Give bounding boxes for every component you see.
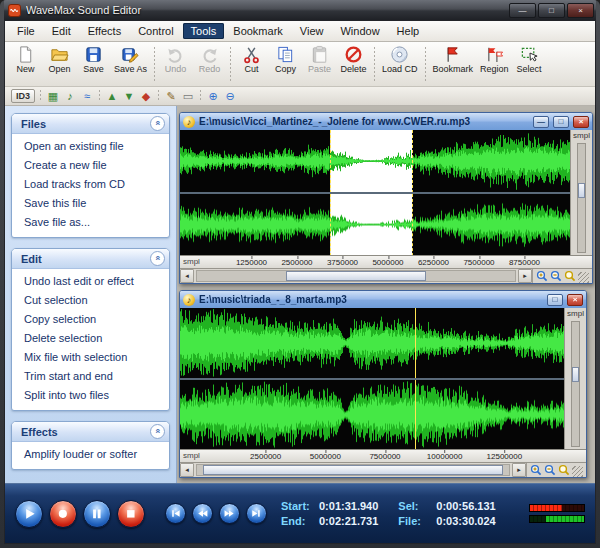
resize-grip[interactable] [572, 466, 583, 477]
waveform-channel-right[interactable] [180, 194, 570, 256]
ruler-ticks: 1250000250000037500005000000625000075000… [206, 256, 570, 268]
toolbar-new-button[interactable]: New [9, 44, 42, 76]
vertical-scrollbar-thumb[interactable] [572, 367, 579, 382]
collapse-chevron-icon[interactable]: « [150, 424, 165, 439]
wave-icon[interactable]: ≈ [80, 89, 94, 103]
id3-button[interactable]: ID3 [11, 89, 35, 103]
doc-maximize-button[interactable]: □ [547, 294, 563, 306]
stop-button[interactable] [117, 500, 145, 528]
ruler-tick: 2500000 [281, 257, 312, 268]
skip-start-button[interactable] [165, 503, 186, 524]
menu-file[interactable]: File [9, 23, 43, 39]
toolbar-redo-button[interactable]: Redo [193, 44, 226, 76]
collapse-chevron-icon[interactable]: « [150, 116, 165, 131]
toolbar-load-cd-button[interactable]: Load CD [379, 44, 421, 76]
sidebar-item[interactable]: Split into two files [12, 386, 169, 405]
play-button[interactable] [15, 500, 43, 528]
zoom-fit-icon[interactable] [558, 464, 570, 476]
sidebar-item[interactable]: Trim start and end [12, 367, 169, 386]
sidebar-item[interactable]: Undo last edit or effect [12, 272, 169, 291]
rewind-button[interactable] [192, 503, 213, 524]
scroll-track[interactable] [196, 270, 516, 282]
menu-edit[interactable]: Edit [44, 23, 79, 39]
window-close-button[interactable]: × [567, 3, 594, 18]
menu-tools[interactable]: Tools [183, 23, 225, 39]
sidebar-item[interactable]: Load tracks from CD [12, 175, 169, 194]
skip-end-button[interactable] [246, 503, 267, 524]
sidebar-item[interactable]: Amplify louder or softer [12, 445, 169, 464]
vertical-scrollbar-thumb[interactable] [578, 183, 585, 198]
toolbar-bookmark-button[interactable]: Bookmark [430, 44, 477, 76]
sidebar-item[interactable]: Mix file with selection [12, 348, 169, 367]
panel-header[interactable]: Edit« [12, 249, 169, 269]
toolbar-undo-button[interactable]: Undo [159, 44, 192, 76]
scroll-right-button[interactable]: ▸ [512, 463, 526, 477]
pencil-icon[interactable]: ✎ [164, 89, 178, 103]
doc-titlebar[interactable]: ♪E:\music\triada_-_8_marta.mp3□× [180, 291, 586, 308]
toolbar-open-button[interactable]: Open [43, 44, 76, 76]
zoom-out-icon[interactable] [550, 270, 562, 282]
sidebar-item[interactable]: Save this file [12, 194, 169, 213]
mdi-area: ♪E:\music\Vicci_Martinez_-_Jolene for ww… [177, 106, 595, 483]
record-button[interactable] [49, 500, 77, 528]
scroll-left-button[interactable]: ◂ [180, 463, 194, 477]
panel-header[interactable]: Files« [12, 114, 169, 134]
sidebar-item[interactable]: Save file as... [12, 213, 169, 232]
vertical-scrollbar[interactable] [571, 321, 580, 447]
zoom-fit-icon[interactable] [564, 270, 576, 282]
toolbar-paste-button[interactable]: Paste [303, 44, 336, 76]
zoom-in-icon[interactable] [536, 270, 548, 282]
sidebar-item[interactable]: Create a new file [12, 156, 169, 175]
window-maximize-button[interactable]: □ [538, 3, 565, 18]
menu-window[interactable]: Window [332, 23, 387, 39]
scroll-left-button[interactable]: ◂ [180, 269, 194, 283]
toolbar-save-as-button[interactable]: Save As [111, 44, 150, 76]
marker-icon[interactable]: ◆ [139, 89, 153, 103]
doc-maximize-button[interactable]: □ [553, 116, 569, 128]
panel-header[interactable]: Effects« [12, 422, 169, 442]
waveform-channel-left[interactable] [180, 130, 570, 192]
toolbar-separator [200, 90, 201, 102]
grid-icon[interactable]: ▦ [46, 89, 60, 103]
waveform-channel-right[interactable] [180, 380, 564, 450]
sidebar-item[interactable]: Copy selection [12, 310, 169, 329]
toolbar-cut-button[interactable]: Cut [235, 44, 268, 76]
scroll-thumb[interactable] [286, 271, 426, 281]
toolbar-select-button[interactable]: Select [513, 44, 546, 76]
menu-control[interactable]: Control [130, 23, 181, 39]
doc-titlebar[interactable]: ♪E:\music\Vicci_Martinez_-_Jolene for ww… [180, 113, 592, 130]
vertical-scrollbar[interactable] [577, 143, 586, 253]
eraser-icon[interactable]: ▭ [181, 89, 195, 103]
menu-view[interactable]: View [292, 23, 332, 39]
doc-minimize-button[interactable]: — [533, 116, 549, 128]
waveform-channel-left[interactable] [180, 308, 564, 378]
scroll-track[interactable] [196, 464, 510, 476]
window-minimize-button[interactable]: — [509, 3, 536, 18]
menu-bookmark[interactable]: Bookmark [225, 23, 291, 39]
resize-grip[interactable] [578, 272, 589, 283]
sidebar-item[interactable]: Open an existing file [12, 137, 169, 156]
zoom-in-icon[interactable] [530, 464, 542, 476]
toolbar-delete-button[interactable]: Delete [337, 44, 370, 76]
toolbar-copy-button[interactable]: Copy [269, 44, 302, 76]
zoom-in-icon[interactable]: ⊕ [206, 89, 220, 103]
toolbar-save-button[interactable]: Save [77, 44, 110, 76]
collapse-chevron-icon[interactable]: « [150, 251, 165, 266]
sidebar-item[interactable]: Delete selection [12, 329, 169, 348]
scroll-thumb[interactable] [203, 465, 503, 475]
doc-close-button[interactable]: × [573, 116, 589, 128]
fast-forward-button[interactable] [219, 503, 240, 524]
waveform-area: smpl [180, 130, 592, 255]
zoom-out-icon[interactable]: ⊖ [223, 89, 237, 103]
menu-help[interactable]: Help [389, 23, 428, 39]
menu-effects[interactable]: Effects [80, 23, 129, 39]
sidebar-item[interactable]: Cut selection [12, 291, 169, 310]
doc-close-button[interactable]: × [567, 294, 583, 306]
toolbar-region-button[interactable]: Region [477, 44, 512, 76]
scroll-right-button[interactable]: ▸ [518, 269, 532, 283]
flag-up-icon[interactable]: ▲ [105, 89, 119, 103]
zoom-out-icon[interactable] [544, 464, 556, 476]
flag-down-icon[interactable]: ▼ [122, 89, 136, 103]
note-icon[interactable]: ♪ [63, 89, 77, 103]
pause-button[interactable] [83, 500, 111, 528]
